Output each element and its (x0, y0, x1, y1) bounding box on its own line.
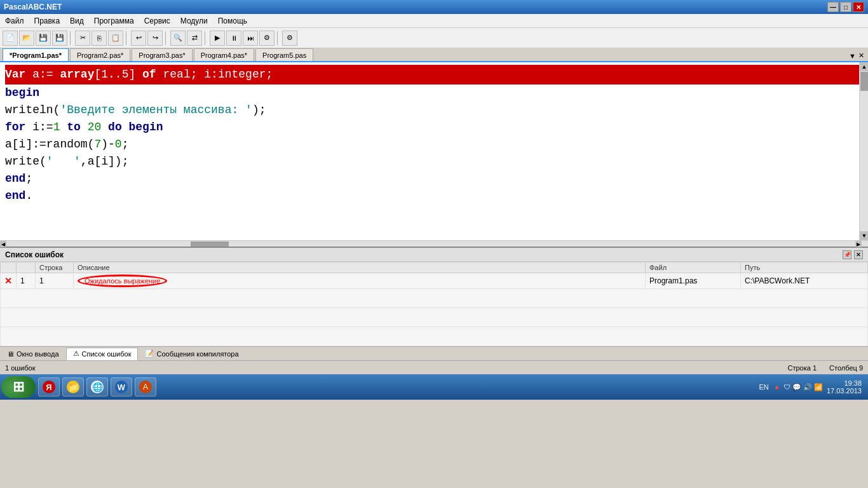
taskbar-right: EN 🔺 🛡 💬 🔊 📶 19:38 17.03.2013 (759, 379, 867, 395)
open-file-button[interactable]: 📂 (19, 30, 34, 46)
scroll-right-button[interactable]: ▶ (855, 241, 862, 247)
menu-modules[interactable]: Модули (175, 15, 213, 27)
scroll-down-button[interactable]: ▼ (860, 231, 868, 240)
scroll-thumb-h[interactable] (191, 241, 229, 247)
step-button[interactable]: ⏭ (243, 30, 258, 46)
app-icon: A (139, 381, 152, 393)
redo-button[interactable]: ↪ (147, 30, 163, 46)
scroll-thumb[interactable] (860, 72, 868, 91)
maximize-button[interactable]: □ (840, 2, 851, 12)
vertical-scrollbar[interactable]: ▲ ▼ (859, 62, 868, 240)
bottom-tab-errors[interactable]: ⚠ Список ошибок (66, 348, 139, 360)
col-description: Описание (74, 262, 646, 273)
col-file: Файл (646, 262, 741, 273)
empty-row-2 (1, 308, 868, 327)
compiler-tab-icon: 📝 (145, 349, 154, 358)
tab-program1[interactable]: *Program1.pas* (3, 48, 69, 61)
word-icon: W (115, 381, 128, 393)
error-count: 1 ошибок (5, 364, 36, 372)
code-line-8: end. (5, 187, 863, 205)
output-tab-icon: 🖥 (7, 350, 14, 358)
run-button[interactable]: ▶ (210, 30, 225, 46)
toolbar-separator-3 (165, 31, 168, 45)
debug-button[interactable]: ⏸ (226, 30, 241, 46)
tab-close-area: ▼ ✕ (845, 50, 868, 61)
code-line-4: for i:=1 to 20 do begin (5, 119, 863, 136)
error-panel: Список ошибок 📌 ✕ Строка Описание Файл П… (0, 247, 868, 346)
tab-program4[interactable]: Program4.pas* (194, 48, 254, 61)
code-area[interactable]: Var a:= array[1..5] of real; i:integer; … (0, 62, 868, 207)
code-line-7: end; (5, 170, 863, 187)
error-row[interactable]: ✕ 1 1 Ожидалось выражение Program1.pas C… (1, 273, 868, 289)
replace-button[interactable]: ⇄ (187, 30, 202, 46)
title-bar-title: PascalABC.NET (4, 3, 62, 11)
copy-button[interactable]: ⎘ (92, 30, 107, 46)
error-icon: ✕ (4, 276, 12, 286)
undo-button[interactable]: ↩ (131, 30, 146, 46)
cut-button[interactable]: ✂ (75, 30, 90, 46)
new-file-button[interactable]: 📄 (3, 30, 18, 46)
bottom-tab-output[interactable]: 🖥 Окно вывода (0, 348, 66, 360)
close-panel-button[interactable]: ✕ (854, 250, 863, 259)
menu-service[interactable]: Сервис (139, 15, 175, 27)
system-tray: 🔺 🛡 💬 🔊 📶 (773, 383, 823, 391)
error-description: Ожидалось выражение (78, 274, 167, 287)
error-panel-controls: 📌 ✕ (843, 250, 863, 259)
pin-button[interactable]: 📌 (843, 250, 851, 259)
settings-button[interactable]: ⚙ (282, 30, 297, 46)
taskbar-app-chrome[interactable]: 🌐 (86, 377, 108, 396)
close-tab-button[interactable]: ✕ (858, 51, 864, 60)
col-number (17, 262, 36, 273)
error-file-cell: Program1.pas (646, 273, 741, 289)
taskbar-app-word[interactable]: W (111, 377, 132, 396)
menu-view[interactable]: Вид (65, 15, 89, 27)
toolbar-separator-1 (70, 31, 72, 45)
close-button[interactable]: ✕ (853, 2, 864, 12)
code-line-3: writeln('Введите элементы массива: '); (5, 102, 863, 119)
bottom-tabs: 🖥 Окно вывода ⚠ Список ошибок 📝 Сообщени… (0, 346, 868, 360)
error-icon-cell: ✕ (1, 273, 17, 289)
save-all-button[interactable]: 💾 (52, 30, 67, 46)
menu-file[interactable]: Файл (0, 15, 29, 27)
tab-program3[interactable]: Program3.pas* (132, 48, 192, 61)
toolbar-separator-4 (205, 31, 207, 45)
col-row: Строка (36, 262, 74, 273)
scroll-left-button[interactable]: ◀ (0, 241, 6, 247)
save-file-button[interactable]: 💾 (36, 30, 51, 46)
errors-tab-icon: ⚠ (73, 349, 79, 358)
menu-edit[interactable]: Правка (29, 15, 65, 27)
bottom-tab-compiler[interactable]: 📝 Сообщения компилятора (138, 348, 245, 360)
compile-button[interactable]: ⚙ (259, 30, 275, 46)
tab-list-button[interactable]: ▼ (849, 52, 856, 60)
code-line-6: write(' ',a[i]); (5, 153, 863, 170)
menu-bar: Файл Правка Вид Программа Сервис Модули … (0, 14, 868, 28)
error-path-cell: C:\PABCWork.NET (741, 273, 868, 289)
taskbar-clock: 19:38 17.03.2013 (827, 379, 862, 395)
taskbar-app-yandex[interactable]: Я (38, 377, 60, 396)
error-panel-header: Список ошибок 📌 ✕ (0, 248, 868, 262)
compiler-tab-label: Сообщения компилятора (156, 350, 238, 358)
tab-program5[interactable]: Program5.pas (255, 48, 313, 61)
start-button[interactable]: ⊞ (1, 376, 36, 398)
horizontal-scrollbar[interactable]: ◀ ▶ (0, 240, 868, 247)
paste-button[interactable]: 📋 (108, 30, 123, 46)
minimize-button[interactable]: — (827, 2, 839, 12)
menu-help[interactable]: Помощь (213, 15, 252, 27)
app-title: PascalABC.NET (4, 3, 62, 11)
error-description-cell: Ожидалось выражение (74, 273, 646, 289)
scroll-up-button[interactable]: ▲ (860, 62, 868, 71)
taskbar-app-unknown[interactable]: A (135, 377, 156, 396)
col-path: Путь (741, 262, 868, 273)
menu-program[interactable]: Программа (89, 15, 139, 27)
clock-date: 17.03.2013 (827, 387, 862, 395)
output-tab-label: Окно вывода (17, 350, 59, 358)
empty-row-3 (1, 327, 868, 346)
code-line-2: begin (5, 85, 863, 102)
tab-program2[interactable]: Program2.pas* (70, 48, 130, 61)
editor[interactable]: Var a:= array[1..5] of real; i:integer; … (0, 62, 868, 240)
taskbar-app-explorer[interactable]: 📁 (62, 377, 84, 396)
status-bar: 1 ошибок Строка 1 Столбец 9 (0, 360, 868, 374)
error-number-cell: 1 (17, 273, 36, 289)
yandex-icon: Я (43, 381, 55, 393)
search-button[interactable]: 🔍 (170, 30, 186, 46)
